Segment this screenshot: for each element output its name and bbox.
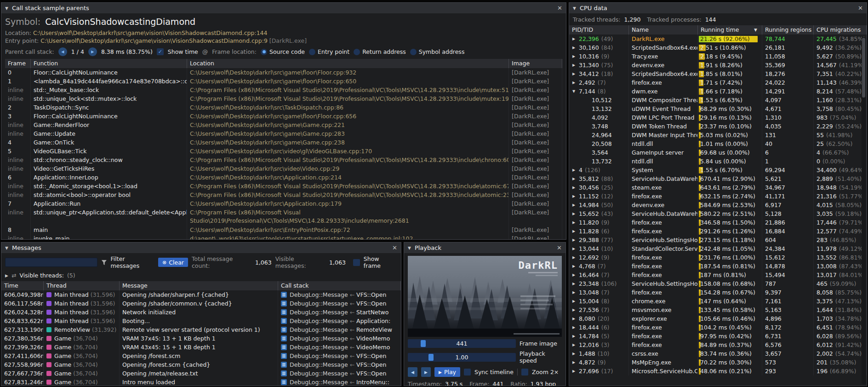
cpu-process-row[interactable]: ▶12,692(9) firefox.exe 231.76 ms (1.00%)… — [569, 253, 867, 262]
expand-icon[interactable]: ▶ — [571, 218, 577, 227]
frame-image-slider[interactable]: 441 — [408, 339, 516, 348]
cpu-process-row[interactable]: 3,748 DWM Token Thread 23.37 ms (0.10%) … — [569, 122, 867, 131]
cpu-process-row[interactable]: ▶8,080(20) explorer.exe 105.66 ms (0.46%… — [569, 314, 867, 323]
cpu-process-row[interactable]: 20,508 ntdll.dll 1.01 ms (0.00%) 40 25(6… — [569, 139, 867, 148]
close-icon[interactable]: ✕ — [392, 244, 397, 251]
callstack-frame-row[interactable]: 2 TaskDispatch::Sync C:\Users\wolf\Deskt… — [5, 103, 562, 112]
collapse-icon[interactable]: ▼ — [5, 6, 8, 11]
expand-icon[interactable]: ▶ — [571, 279, 577, 288]
cpu-process-row[interactable]: ▶4,768(7) firefox.exe 187.54 ms (0.81%) … — [569, 262, 867, 271]
callstack-frame-row[interactable]: 8 main C:\Users\wolf\Desktop\darkrl\src\… — [5, 225, 562, 234]
column-header-pid-tid[interactable]: PID/TID — [569, 25, 629, 35]
play-button[interactable]: ▶ Play — [434, 367, 460, 377]
callstack-frame-row[interactable]: 5 VideoGLBase::Tick C:\Users\wolf\Deskto… — [5, 147, 562, 156]
callstack-frame-row[interactable]: 3 Floor::CalcLightNoLuminance C:\Users\w… — [5, 112, 562, 121]
cpu-process-row[interactable]: 24,964 DWM Master Input Threa 5.03 ms (0… — [569, 131, 867, 139]
expand-icon[interactable]: ▶ — [571, 262, 577, 271]
visible-threads-row[interactable]: ▶ ⇄ Visible threads: (5) — [1, 271, 401, 281]
cpu-process-row[interactable]: ▶14,984(50) devenv.exe 584.69 ms (2.53%)… — [569, 201, 867, 209]
callstack-frame-row[interactable]: inline std::_Atomic_storage<bool,1>::loa… — [5, 182, 562, 191]
expand-icon[interactable]: ▶ — [571, 236, 577, 244]
expand-icon[interactable]: ▶ — [571, 183, 577, 192]
message-callstack[interactable]: DebugLog::Message ← IntroMenu:: — [278, 378, 401, 386]
column-header-running-regions[interactable]: Running regions — [762, 25, 814, 35]
radio-source-code[interactable]: Source code — [261, 48, 305, 55]
column-header-time[interactable]: Time — [1, 281, 44, 290]
cpu-scrollbar[interactable] — [862, 37, 866, 384]
next-stack-button[interactable]: ▶ — [88, 47, 97, 56]
message-callstack[interactable]: DebugLog::Message ← VideoMemo — [278, 343, 401, 352]
radio-icon[interactable] — [410, 49, 417, 55]
cpu-process-row[interactable]: ▼7,144(8) dwm.exe 1.66 s (7.18%) 14,291 … — [569, 87, 867, 96]
message-filter-input[interactable] — [5, 258, 97, 267]
expand-icon[interactable]: ▶ — [571, 358, 577, 367]
message-row[interactable]: 627,831,246ns Game (36,704) Intro menu l… — [1, 378, 401, 386]
expand-icon[interactable]: ▶ — [571, 341, 577, 349]
radio-entry-point[interactable]: Entry point — [309, 48, 349, 55]
cpu-process-row[interactable]: ▶30,456(25) steam.exe 643.61 ms (2.79%) … — [569, 183, 867, 192]
message-row[interactable]: 606,117,568ns Main thread (31,596) Openi… — [1, 299, 401, 308]
expand-icon[interactable]: ▶ — [571, 367, 577, 375]
message-callstack[interactable]: DebugLog::Message ← StartNetwo — [278, 308, 401, 317]
column-header-cpu-migrations[interactable]: CPU migrations — [814, 25, 867, 35]
message-callstack[interactable]: DebugLog::Message ← VFS::Open — [278, 290, 401, 299]
expand-icon[interactable]: ▶ — [571, 323, 577, 332]
message-row[interactable]: 627,558,996ns Game (36,704) Opening /for… — [1, 360, 401, 369]
cpu-process-row[interactable]: 4,092 DWM LPC Port Thread 29.16 ms (0.13… — [569, 113, 867, 122]
cpu-process-row[interactable]: ▶34,412(18) ScriptedSandbox64.exe 1.85 s… — [569, 69, 867, 78]
callstack-frame-row[interactable]: 7 Application::Run C:\Users\wolf\Desktop… — [5, 199, 562, 208]
message-callstack[interactable]: DebugLog::Message ← Application: — [278, 317, 401, 325]
cpu-process-row[interactable]: ▶29,388(77) ServiceHub.SettingsHost 273.… — [569, 236, 867, 244]
expand-icon[interactable]: ▶ — [571, 78, 577, 87]
cpu-process-row[interactable]: ▶4(126) System 1.55 s (6.70%) 69,294 34,… — [569, 166, 867, 174]
message-row[interactable]: 626,024,328ns Main thread (31,596) Netwo… — [1, 308, 401, 317]
cpu-process-row[interactable]: 13,132 uDWM Event Thread 68.29 ms (0.30%… — [569, 104, 867, 113]
callstack-frame-row[interactable]: inline std::unique_lock<std::mutex>::loc… — [5, 94, 562, 103]
callstack-frame-row[interactable]: inline Game::RenderFloor C:\Users\wolf\D… — [5, 121, 562, 129]
message-callstack[interactable]: DebugLog::Message ← VFS::Open — [278, 352, 401, 360]
expand-icon[interactable]: ▶ — [571, 244, 577, 253]
cpu-process-row[interactable]: ▶15,004(8) chrome.exe 147 ms (0.64%) 7,1… — [569, 297, 867, 306]
cpu-process-row[interactable]: ▶11,820(9) firefox.exe 346.58 ms (1.50%)… — [569, 218, 867, 227]
prev-stack-button[interactable]: ◀ — [58, 47, 67, 56]
collapse-icon[interactable]: ▼ — [5, 246, 8, 250]
expand-icon[interactable]: ▶ — [571, 332, 577, 341]
expand-icon[interactable]: ▶ — [571, 209, 577, 218]
show-time-checkbox[interactable]: ✓ — [157, 48, 164, 55]
expand-icon[interactable]: ▶ — [571, 253, 577, 262]
cpu-process-row[interactable]: ▶2,492(7) firefox.exe 1.71 s (7.42%) 24,… — [569, 78, 867, 87]
expand-icon[interactable]: ▶ — [571, 192, 577, 201]
cpu-scrollbar-thumb[interactable] — [862, 38, 865, 98]
column-header-function[interactable]: Function — [31, 59, 187, 68]
cpu-process-row[interactable]: ▶14,784(5) firefox.exe 97.95 ms (0.42%) … — [569, 332, 867, 341]
callstack-frame-row[interactable]: inline std::chrono::steady_clock::now C:… — [5, 156, 562, 164]
radio-icon[interactable] — [261, 49, 267, 55]
radio-icon[interactable] — [354, 49, 360, 55]
message-callstack[interactable]: DebugLog::Message ← VFS::Open — [278, 299, 401, 308]
callstack-frame-row[interactable]: inline Video::GetTicksHiRes C:\Users\wol… — [5, 164, 562, 173]
cpu-process-row[interactable]: ▶11,828(6) firefox.exe 291.26 ms (1.26%)… — [569, 227, 867, 236]
message-row[interactable]: 606,049,398ns Main thread (31,596) Openi… — [1, 290, 401, 299]
cpu-process-row[interactable]: ▶27,536(7) msvsmon.exe 133.45 ms (0.58%)… — [569, 306, 867, 314]
expand-icon[interactable]: ▶ — [571, 227, 577, 236]
callstack-frame-row[interactable]: 1 <lambda_84a19dc444fae966ca174e83e708bd… — [5, 77, 562, 86]
expand-icon[interactable]: ▶ — [571, 349, 577, 358]
close-icon[interactable]: ✕ — [858, 5, 863, 12]
message-row[interactable]: 627,399,326ns Game (36,704) VRAM 43x45: … — [1, 343, 401, 352]
expand-icon[interactable]: ▶ — [571, 314, 577, 323]
tree-expand-icon[interactable]: ▶ — [5, 273, 8, 278]
callstack-frame-row[interactable]: 4 Game::OnTick C:\Users\wolf\Desktop\dar… — [5, 138, 562, 147]
callstack-frame-row[interactable]: inline std::unique_ptr<Application,std::… — [5, 208, 562, 225]
message-row[interactable]: 627,411,606ns Game (36,704) Opening /for… — [1, 352, 401, 360]
playback-speed-slider[interactable]: 1.00 — [408, 353, 516, 362]
cpu-process-row[interactable]: ▶18,444(6) firefox.exe 104.2 ms (0.45%) … — [569, 323, 867, 332]
expand-icon[interactable]: ▶ — [571, 288, 577, 297]
cpu-process-row[interactable]: ▶22,396(49) DarkRL.exe 21.26 s (92.06%) … — [569, 35, 867, 43]
cpu-process-row[interactable]: 13,732 ntdll.dll 5.84 us (0.00%) 1 0(0.0… — [569, 157, 867, 166]
expand-icon[interactable]: ▶ — [571, 43, 577, 52]
close-icon[interactable]: ✕ — [557, 244, 562, 251]
cpu-process-row[interactable]: ▶27,696(17) Microsoft.ServiceHub.Co 48.0… — [569, 367, 867, 375]
expand-icon[interactable]: ▶ — [571, 52, 577, 61]
expand-icon[interactable]: ▼ — [571, 87, 577, 96]
callstack-frame-row[interactable]: inline std::_Mutex_base::lock C:\Program… — [5, 86, 562, 94]
